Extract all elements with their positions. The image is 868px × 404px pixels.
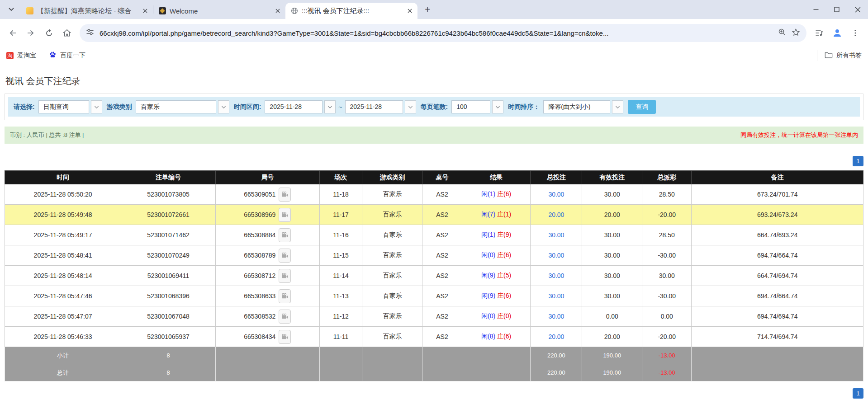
all-bookmarks-button[interactable]: 所有书签	[817, 50, 862, 61]
date-range-label: 时间区间:	[234, 103, 261, 111]
cell-bet-id: 523001068396	[121, 286, 216, 306]
tab-bet-records[interactable]: :::视讯 会员下注纪录:::	[285, 3, 417, 19]
cell-payout: -20.00	[642, 205, 692, 225]
game-type-select[interactable]: 百家乐	[136, 100, 229, 113]
result-banker: 庄(5)	[497, 272, 511, 279]
total-payout: -13.00	[642, 364, 692, 381]
cell-result: 闲(8) 庄(6)	[462, 327, 531, 347]
sort-value[interactable]: 降幂(由大到小)	[543, 100, 610, 113]
query-type-select[interactable]: 日期查询	[38, 100, 102, 113]
date-to-value[interactable]: 2025-11-28	[345, 100, 403, 113]
page-number-button[interactable]: 1	[853, 388, 863, 399]
result-banker: 庄(6)	[497, 251, 511, 258]
forward-button[interactable]	[23, 25, 39, 41]
date-from-value[interactable]: 2025-11-28	[265, 100, 323, 113]
bookmark-star-icon[interactable]	[792, 28, 800, 38]
total-bet-link[interactable]: 30.00	[548, 191, 564, 198]
cell-valid-bet: 30.00	[582, 266, 642, 286]
total-bet-link[interactable]: 20.00	[548, 211, 564, 218]
minimize-button[interactable]	[806, 0, 826, 19]
query-type-value[interactable]: 日期查询	[38, 100, 89, 113]
back-button[interactable]	[5, 25, 21, 41]
cell-total-bet: 30.00	[531, 184, 582, 205]
cell-game-type: 百家乐	[362, 266, 422, 286]
close-tab-icon[interactable]	[274, 7, 282, 15]
search-button[interactable]: 查询	[628, 100, 656, 114]
game-type-value[interactable]: 百家乐	[136, 100, 216, 113]
bookmark-label: 百度一下	[60, 52, 85, 60]
round-id: 665308969	[244, 211, 275, 218]
cell-game-type: 百家乐	[362, 245, 422, 266]
bookmark-taobao[interactable]: 淘 爱淘宝	[6, 52, 36, 60]
site-settings-icon[interactable]	[86, 28, 94, 38]
video-replay-icon[interactable]	[279, 188, 291, 202]
profile-avatar[interactable]	[829, 25, 845, 41]
cell-round: 665308633	[215, 286, 319, 306]
chevron-down-icon[interactable]	[324, 100, 336, 113]
cell-valid-bet: 0.00	[582, 306, 642, 327]
page-size-value[interactable]: 100	[451, 100, 490, 113]
cell-note: 693.24/673.24	[692, 205, 863, 225]
cell-session: 11-13	[319, 286, 362, 306]
result-player: 闲(9)	[481, 292, 495, 299]
page-size-select[interactable]: 100	[451, 100, 503, 113]
media-controls-button[interactable]	[811, 25, 827, 41]
page-number-button[interactable]: 1	[853, 156, 863, 166]
video-replay-icon[interactable]	[279, 208, 291, 222]
cell-note: 694.74/694.74	[692, 306, 863, 327]
result-player: 闲(9)	[481, 272, 495, 279]
address-bar[interactable]: 66cxkj98.com/ipl/portal.php/game/betreco…	[80, 24, 806, 42]
column-header-6: 桌号	[422, 171, 462, 184]
video-replay-icon[interactable]	[279, 289, 291, 303]
cell-valid-bet: 20.00	[582, 327, 642, 347]
tab-forum[interactable]: 【新提醒】海燕策略论坛 - 综合	[21, 3, 153, 19]
subtotal-count: 8	[121, 347, 216, 364]
close-tab-icon[interactable]	[141, 7, 149, 15]
total-count: 8	[121, 364, 216, 381]
cell-note: 714.74/694.74	[692, 327, 863, 347]
sort-select[interactable]: 降幂(由大到小)	[543, 100, 623, 113]
chevron-down-icon[interactable]	[405, 100, 416, 113]
video-replay-icon[interactable]	[279, 228, 291, 242]
total-bet-link[interactable]: 30.00	[548, 231, 564, 239]
column-header-4: 场次	[319, 171, 362, 184]
chevron-down-icon[interactable]	[492, 100, 503, 113]
chevron-down-icon[interactable]	[91, 100, 102, 113]
chevron-down-icon[interactable]	[218, 100, 229, 113]
video-replay-icon[interactable]	[279, 269, 291, 283]
bookmark-baidu[interactable]: 百度一下	[49, 51, 85, 60]
new-tab-button[interactable]: +	[421, 3, 434, 16]
page-title: 视讯 会员下注纪录	[5, 64, 863, 94]
cell-bet-id: 523001073805	[121, 184, 216, 205]
video-replay-icon[interactable]	[279, 330, 291, 344]
video-replay-icon[interactable]	[279, 249, 291, 263]
tab-title: 【新提醒】海燕策略论坛 - 综合	[37, 7, 138, 15]
tab-title: Welcome	[170, 7, 270, 15]
maximize-button[interactable]	[826, 0, 847, 19]
total-bet-link[interactable]: 20.00	[548, 333, 564, 340]
date-to-select[interactable]: 2025-11-28	[345, 100, 416, 113]
browser-menu-button[interactable]	[847, 25, 863, 41]
total-bet-link[interactable]: 30.00	[548, 313, 564, 320]
reload-button[interactable]	[41, 25, 57, 41]
date-from-select[interactable]: 2025-11-28	[265, 100, 336, 113]
total-bet-link[interactable]: 30.00	[548, 292, 564, 300]
tab-search-button[interactable]	[5, 3, 18, 16]
subtotal-valid-bet: 190.00	[582, 347, 642, 364]
zoom-icon[interactable]	[778, 28, 786, 38]
close-window-button[interactable]	[847, 0, 868, 19]
cell-session: 11-12	[319, 306, 362, 327]
cell-session: 11-14	[319, 266, 362, 286]
table-row: 2025-11-28 05:50:20 523001073805 6653090…	[5, 184, 863, 205]
tab-welcome[interactable]: Welcome	[153, 3, 285, 19]
chevron-down-icon[interactable]	[612, 100, 623, 113]
video-replay-icon[interactable]	[279, 310, 291, 324]
total-bet-link[interactable]: 30.00	[548, 252, 564, 259]
cell-game-type: 百家乐	[362, 286, 422, 306]
close-tab-icon[interactable]	[406, 7, 414, 15]
cell-bet-id: 523001067048	[121, 306, 216, 327]
home-button[interactable]	[59, 25, 75, 41]
total-bet-link[interactable]: 30.00	[548, 272, 564, 279]
cell-result: 闲(1) 庄(6)	[462, 184, 531, 205]
table-row: 2025-11-28 05:47:46 523001068396 6653086…	[5, 286, 863, 306]
